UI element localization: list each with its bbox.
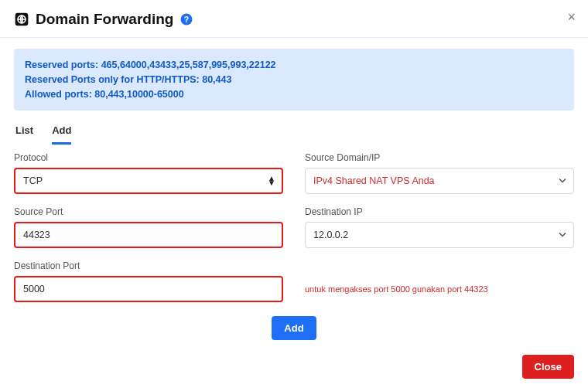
destination-ip-label: Destination IP xyxy=(305,206,574,217)
add-row: Add xyxy=(14,316,574,340)
tab-add[interactable]: Add xyxy=(52,121,71,145)
protocol-select[interactable] xyxy=(14,168,283,194)
spacer xyxy=(305,260,574,271)
protocol-label: Protocol xyxy=(14,152,283,163)
source-port-group: Source Port xyxy=(14,206,283,248)
source-domain-label: Source Domain/IP xyxy=(305,152,574,163)
source-domain-group: Source Domain/IP xyxy=(305,152,574,194)
close-icon[interactable]: × xyxy=(567,9,576,26)
source-port-label: Source Port xyxy=(14,206,283,217)
destination-ip-group: Destination IP xyxy=(305,206,574,248)
form-grid: Protocol ▲▼ Source Domain/IP Source Port xyxy=(14,152,574,302)
add-button[interactable]: Add xyxy=(272,316,316,340)
modal-header: Domain Forwarding ? × xyxy=(0,0,588,37)
modal-body: Reserved ports: 465,64000,43433,25,587,9… xyxy=(0,38,588,340)
source-domain-select[interactable] xyxy=(305,168,574,194)
source-port-input[interactable] xyxy=(14,222,283,248)
destination-port-label: Destination Port xyxy=(14,260,283,271)
svg-text:?: ? xyxy=(184,15,189,24)
globe-icon xyxy=(14,12,29,27)
tab-list[interactable]: List xyxy=(15,121,33,145)
destination-port-group: Destination Port xyxy=(14,260,283,302)
info-reserved-ports: Reserved ports: 465,64000,43433,25,587,9… xyxy=(25,58,563,73)
destination-port-input[interactable] xyxy=(14,276,283,302)
port-mapping-note: untuk mengakses port 5000 gunakan port 4… xyxy=(305,276,574,294)
port-info-box: Reserved ports: 465,64000,43433,25,587,9… xyxy=(14,49,574,111)
info-reserved-http: Reserved Ports only for HTTP/HTTPS: 80,4… xyxy=(25,73,563,87)
destination-port-note-group: untuk mengakses port 5000 gunakan port 4… xyxy=(305,260,574,302)
modal-footer: Close xyxy=(14,347,574,379)
protocol-group: Protocol ▲▼ xyxy=(14,152,283,194)
domain-forwarding-modal: Domain Forwarding ? × Reserved ports: 46… xyxy=(0,0,588,388)
modal-title: Domain Forwarding xyxy=(36,11,173,28)
help-icon[interactable]: ? xyxy=(179,12,193,26)
close-button[interactable]: Close xyxy=(522,355,574,379)
info-allowed-ports: Allowed ports: 80,443,10000-65000 xyxy=(25,87,563,102)
destination-ip-select[interactable] xyxy=(305,222,574,248)
tab-bar: List Add xyxy=(14,121,574,145)
